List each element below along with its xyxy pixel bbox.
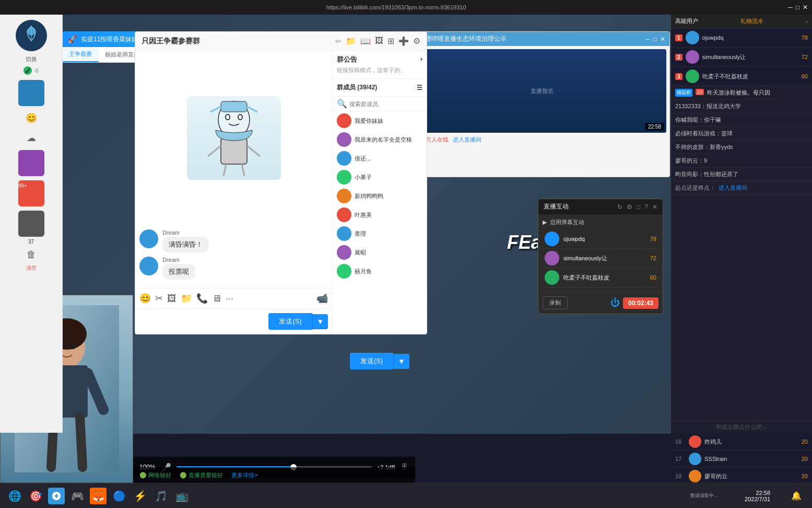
stream-join-btn[interactable]: 进入直播间 (453, 136, 481, 144)
bc-name-2: simultaneously让 (563, 255, 646, 262)
browser-top-bar: https://live.bilibili.com/1931063/3pm-to… (0, 0, 812, 15)
member-item-4: 小果子 (333, 168, 427, 187)
gear-icon[interactable]: ⚙ (413, 36, 420, 46)
sidebar-switch-label[interactable]: 切换 (26, 55, 37, 63)
bottom-avatar-18 (689, 470, 701, 482)
bc-score-2: 72 (650, 255, 656, 261)
chat-header-icons: 📁 📖 🖼 ⊞ ➕ ⚙ (346, 36, 420, 46)
member-item-1: 我爱你妹妹 (333, 111, 427, 130)
timer-area: ⏻ 00:02:43 (610, 297, 658, 309)
stream-preview: 直播预览 22:58 (418, 49, 666, 133)
stream-preview-content: 直播预览 (418, 49, 666, 133)
chat-msg-name-1: Dream (162, 229, 328, 236)
level-badge: 23 (696, 89, 704, 95)
group-notice-arrow[interactable]: › (420, 55, 422, 64)
top-score-2: 72 (802, 54, 808, 60)
sidebar-avatar-2[interactable] (18, 150, 44, 176)
record-button[interactable]: 录制 (543, 296, 568, 309)
live-chat-item-3: 必须时着玩游戏：篮球 (671, 127, 812, 141)
broadcast-interactive-panel: 直播互动 ↻ ⚙ □ ? ✕ ▶ 启用弹幕互动 ojuwpdq 78 simul… (538, 199, 663, 314)
floating-send-arrow[interactable]: ▼ (393, 354, 409, 369)
rank-badge-3: 3 (675, 73, 682, 80)
sidebar-face-icon[interactable]: 😊 (23, 110, 39, 126)
folder-icon[interactable]: 📁 (346, 36, 356, 46)
sidebar-avatar-1[interactable] (18, 80, 44, 106)
emoji-icon[interactable]: 😊 (139, 293, 151, 304)
stream-panel-close[interactable]: ✕ (660, 36, 665, 43)
taskbar-date-display: 2022/7/31 (745, 496, 770, 502)
image-icon[interactable]: 🖼 (375, 36, 383, 46)
live-chat-list: 穗架桥 23 昨天游泳鞋被偷。母只因 21332333：报送北鸡大学 你喊我呢：… (671, 86, 812, 421)
stream-panel-maximize[interactable]: □ (653, 36, 657, 43)
sidebar-trash-icon[interactable]: 🗑 (23, 247, 39, 262)
bc-help-icon[interactable]: ? (644, 203, 648, 211)
taskbar-icon-app9[interactable]: 📺 (173, 488, 190, 504)
floating-send-main[interactable]: 发送(S) (350, 353, 393, 370)
member-count-bar: 群成员 (39/42) ☰ (333, 79, 427, 97)
member-list-toggle[interactable]: ☰ (417, 84, 422, 91)
close-icon[interactable]: ✕ (803, 4, 808, 11)
bc-expand-icon[interactable]: □ (637, 203, 640, 211)
more-icon[interactable]: ··· (226, 293, 233, 304)
video-record-icon[interactable]: 📹 (316, 293, 328, 304)
edit-icon[interactable]: ✏ (335, 37, 342, 45)
member-item-5: 新鸡鸭鸭鸭 (333, 187, 427, 205)
bc-settings-icon[interactable]: ⚙ (627, 203, 632, 211)
bc-refresh-icon[interactable]: ↻ (617, 203, 622, 211)
scissors-icon[interactable]: ✂ (155, 293, 163, 304)
notif-icon: 🚀 (68, 35, 77, 43)
phone-icon[interactable]: 📞 (196, 293, 208, 304)
chat-messages: Dream 满昏满昏！ Dream 投票呢 (135, 225, 332, 288)
taskbar-icon-browser[interactable]: 🌐 (6, 488, 23, 504)
status-detail[interactable]: 更多详情> (231, 471, 257, 479)
broadcast-footer: 录制 ⏻ 00:02:43 (538, 292, 663, 314)
send-button-main[interactable]: 发送(S) (268, 313, 312, 330)
screen-icon[interactable]: 🖥 (212, 293, 221, 304)
live-chat-item-4: 不帅的皮肤：新香yyds (671, 141, 812, 154)
taskbar-icon-app7[interactable]: ⚡ (132, 488, 148, 504)
viewer-expand-icon[interactable]: › (806, 18, 808, 25)
stream-panel-header: 哔哩哔哩直播生态环境治理公示 ─ □ ✕ (415, 32, 669, 46)
taskbar-icon-app2[interactable]: 🎯 (27, 488, 44, 504)
taskbar-icon-app6[interactable]: 🔵 (111, 488, 127, 504)
group-notice-label: 群公告 (337, 55, 357, 64)
live-chat-link[interactable]: 进入直播间 (719, 184, 747, 192)
file-icon[interactable]: 📁 (181, 293, 192, 304)
group-notice-title: 群公告 › (337, 55, 422, 64)
chat-toolbar: 😊 ✂ 🖼 📁 📞 🖥 ··· 📹 (135, 288, 332, 308)
url-bar[interactable]: https://live.bilibili.com/1931063/3pm-to… (4, 4, 788, 10)
maximize-icon[interactable]: □ (796, 4, 799, 11)
minimize-icon[interactable]: ─ (788, 4, 793, 11)
member-avatar-2 (337, 132, 351, 147)
sidebar-avatar-3[interactable]: 99+ (18, 180, 44, 206)
grid-icon[interactable]: ⊞ (387, 36, 394, 46)
window-controls[interactable]: ─ □ ✕ (788, 4, 808, 11)
stream-panel-minimize[interactable]: ─ (645, 36, 650, 43)
live-chat-user-featured: 昨天游泳鞋被偷。母只因 (707, 89, 808, 97)
stream-panel-controls: ─ □ ✕ (645, 36, 665, 43)
sidebar-clear-label[interactable]: 清空 (26, 264, 37, 272)
taskbar-icon-app5[interactable]: 🦊 (90, 488, 107, 504)
sidebar-cloud-icon[interactable]: ☁ (23, 130, 39, 146)
sidebar-avatar-4[interactable] (18, 211, 44, 237)
photo-icon[interactable]: 🖼 (167, 293, 176, 304)
member-avatar-5 (337, 189, 351, 203)
tab-champion[interactable]: 王争霸赛 (63, 47, 99, 62)
taskbar-sys-icons: 数据读取中... (690, 492, 718, 499)
sidebar-status: ✓ ·0 (23, 66, 38, 75)
notification-center-icon[interactable]: 🔔 (791, 491, 802, 501)
taskbar-icon-app3[interactable] (48, 488, 65, 504)
power-icon[interactable]: ⏻ (610, 297, 620, 308)
chat-body: Dream 满昏满昏！ Dream 投票呢 😊 ✂ 🖼 📁 📞 (135, 51, 427, 334)
member-item-3: 借还... (333, 149, 427, 168)
chat-avatar-dream-2 (139, 257, 158, 275)
send-button-arrow[interactable]: ▼ (312, 314, 328, 329)
bc-close-icon[interactable]: ✕ (652, 203, 657, 211)
taskbar-icon-app8[interactable]: 🎵 (152, 488, 169, 504)
book-icon[interactable]: 📖 (360, 36, 371, 46)
taskbar-icon-app4[interactable]: 🎮 (69, 488, 86, 504)
svg-line-12 (208, 146, 221, 156)
plus-icon[interactable]: ➕ (398, 36, 409, 46)
toggle-icon[interactable]: ▶ (543, 219, 547, 226)
member-search-input[interactable] (349, 101, 422, 107)
